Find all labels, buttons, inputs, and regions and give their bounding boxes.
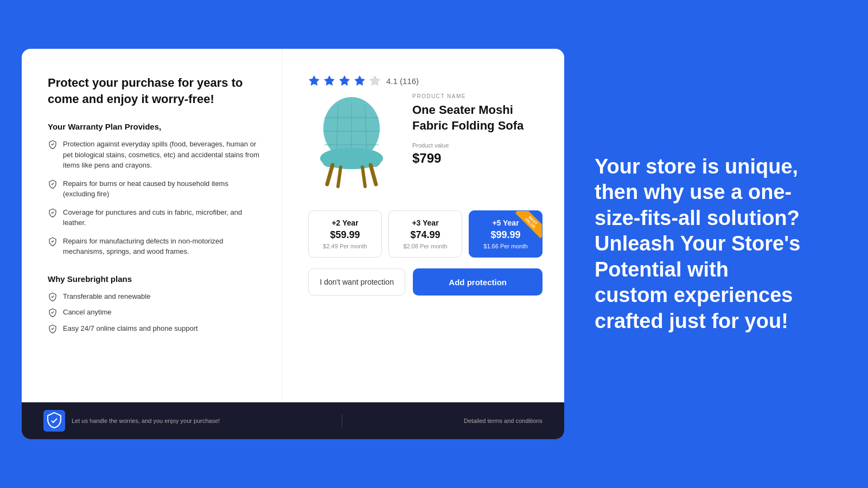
- svg-marker-2: [340, 76, 349, 85]
- svg-marker-0: [309, 76, 319, 85]
- sidebar-text: Your store is unique, then why use a one…: [595, 154, 801, 335]
- benefit-text-1: Protection against everyday spills (food…: [63, 139, 260, 171]
- footer-divider: [342, 414, 342, 427]
- add-protection-button[interactable]: Add protection: [413, 268, 542, 296]
- star-3-icon: [339, 75, 350, 87]
- card-footer: Let us handle the worries, and you enjoy…: [22, 402, 564, 439]
- product-label: PRODUCT NAME: [412, 93, 542, 99]
- svg-marker-1: [324, 76, 334, 85]
- why-item: Cancel anytime: [48, 307, 260, 318]
- sidebar-headline: Your store is unique, then why use a one…: [595, 154, 801, 335]
- product-name: One Seater Moshi Fabric Folding Sofa: [412, 102, 542, 133]
- why-text-3: Easy 24/7 online claims and phone suppor…: [63, 323, 198, 334]
- footer-terms-link[interactable]: Detailed terms and conditions: [464, 418, 542, 424]
- shield-icon: [48, 324, 58, 333]
- plan-price-3: $74.99: [395, 229, 455, 241]
- why-item: Transferable and renewable: [48, 291, 260, 302]
- why-title: Why Surebright plans: [48, 274, 260, 284]
- svg-line-15: [371, 165, 376, 184]
- product-rating: 4.1 (116): [308, 75, 542, 87]
- shield-icon: [48, 307, 58, 317]
- svg-line-17: [362, 167, 365, 187]
- benefit-item: Protection against everyday spills (food…: [48, 139, 260, 171]
- shield-icon: [48, 236, 58, 246]
- plan-price-2: $59.99: [315, 229, 375, 241]
- benefit-item: Coverage for punctures and cuts in fabri…: [48, 207, 260, 228]
- benefit-list: Protection against everyday spills (food…: [48, 139, 260, 257]
- best-value-corner: BEST VALUE: [514, 211, 542, 239]
- plan-monthly-2: $2.49 Per month: [315, 243, 375, 249]
- product-details: PRODUCT NAME One Seater Moshi Fabric Fol…: [412, 93, 542, 166]
- star-5-icon: [369, 75, 381, 87]
- shield-icon: [48, 179, 58, 189]
- plan-card-3year[interactable]: +3 Year $74.99 $2.08 Per month: [388, 210, 462, 258]
- footer-left: Let us handle the worries, and you enjoy…: [43, 410, 220, 432]
- svg-line-14: [327, 165, 333, 184]
- benefit-text-3: Coverage for punctures and cuts in fabri…: [63, 207, 260, 228]
- no-protection-button[interactable]: I don't want protection: [308, 268, 405, 296]
- star-2-icon: [323, 75, 335, 87]
- surebright-logo: [43, 410, 65, 432]
- svg-line-16: [338, 167, 341, 187]
- star-1-icon: [308, 75, 320, 87]
- rating-value: 4.1 (116): [386, 76, 419, 86]
- shield-icon: [48, 292, 58, 301]
- card-body: Protect your purchase for years to come …: [22, 49, 564, 402]
- why-text-1: Transferable and renewable: [63, 291, 150, 302]
- svg-marker-3: [355, 76, 365, 85]
- star-4-icon: [354, 75, 366, 87]
- why-item: Easy 24/7 online claims and phone suppor…: [48, 323, 260, 334]
- action-row: I don't want protection Add protection: [308, 268, 542, 296]
- benefit-item: Repairs for manufacturing defects in non…: [48, 236, 260, 257]
- footer-tagline: Let us handle the worries, and you enjoy…: [72, 418, 220, 424]
- plan-years-3: +3 Year: [395, 219, 455, 227]
- warranty-title: Your Warranty Plan Provides,: [48, 122, 260, 131]
- main-card: Protect your purchase for years to come …: [22, 49, 564, 439]
- benefit-text-2: Repairs for burns or heat caused by hous…: [63, 178, 260, 200]
- best-value-badge: BEST VALUE: [515, 211, 542, 238]
- product-price: $799: [412, 151, 542, 166]
- product-image: [308, 93, 395, 191]
- plan-card-5year[interactable]: BEST VALUE +5 Year $99.99 $1.66 Per mont…: [469, 210, 542, 258]
- product-info-row: PRODUCT NAME One Seater Moshi Fabric Fol…: [308, 93, 542, 191]
- right-panel: 4.1 (116): [282, 49, 564, 402]
- plan-monthly-5: $1.66 Per month: [476, 243, 535, 249]
- shield-icon: [48, 208, 58, 217]
- plan-card-2year[interactable]: +2 Year $59.99 $2.49 Per month: [308, 210, 382, 258]
- svg-marker-4: [370, 76, 380, 85]
- plans-row: +2 Year $59.99 $2.49 Per month +3 Year $…: [308, 210, 542, 258]
- product-value-label: Product value: [412, 142, 542, 149]
- chair-illustration: [308, 93, 395, 191]
- plan-years-2: +2 Year: [315, 219, 375, 227]
- benefit-item: Repairs for burns or heat caused by hous…: [48, 178, 260, 200]
- plan-monthly-3: $2.08 Per month: [395, 243, 455, 249]
- left-panel: Protect your purchase for years to come …: [22, 49, 282, 402]
- why-text-2: Cancel anytime: [63, 307, 112, 318]
- shield-icon: [48, 139, 58, 149]
- why-list: Transferable and renewable Cancel anytim…: [48, 291, 260, 334]
- benefit-text-4: Repairs for manufacturing defects in non…: [63, 236, 260, 257]
- headline: Protect your purchase for years to come …: [48, 75, 260, 107]
